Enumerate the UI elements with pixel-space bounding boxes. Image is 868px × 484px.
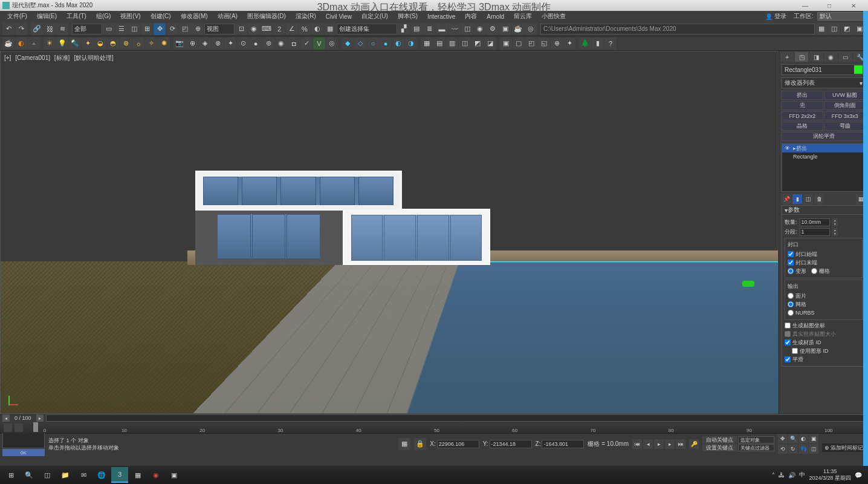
star-icon[interactable]: ✦ xyxy=(563,38,575,50)
remove-mod-button[interactable]: 🗑 xyxy=(814,194,824,204)
select-button[interactable]: ▭ xyxy=(103,23,115,35)
unlink-button[interactable]: ⛓ xyxy=(44,23,56,35)
book-icon[interactable]: ▮ xyxy=(592,38,604,50)
start-button[interactable]: ⊞ xyxy=(2,467,19,483)
vray-icon[interactable]: V xyxy=(313,38,325,50)
path-btn2[interactable]: ◫ xyxy=(828,23,840,35)
box-icon[interactable]: ▫ xyxy=(28,38,40,50)
sky-icon[interactable]: ☼ xyxy=(132,38,144,50)
tray-vol-icon[interactable]: 🔊 xyxy=(788,472,795,479)
cyan4-icon[interactable]: ● xyxy=(380,38,392,50)
maxscript-listener[interactable] xyxy=(2,431,45,448)
modifier-stack[interactable]: 👁▸ 挤出 Rectangle xyxy=(782,143,866,192)
omni-icon[interactable]: ✦ xyxy=(82,38,94,50)
prev-frame-button[interactable]: ◂ xyxy=(643,439,653,449)
rollout-params-header[interactable]: ▾ 参数 xyxy=(782,205,866,215)
time-tag-button[interactable]: ⊕ 添加时间标记 xyxy=(822,443,866,452)
patch-radio[interactable] xyxy=(788,293,794,299)
lock-button[interactable]: 🔒 xyxy=(414,438,426,450)
mesh-radio[interactable] xyxy=(788,301,794,307)
teapot-icon[interactable]: ☕ xyxy=(2,38,15,50)
select-name-button[interactable]: ☰ xyxy=(115,23,128,35)
browser-button[interactable]: 🌐 xyxy=(93,467,110,483)
fov-button[interactable]: ◐ xyxy=(798,434,808,443)
mail-button[interactable]: ✉ xyxy=(75,467,92,483)
sys-icon[interactable]: ⊗ xyxy=(212,38,224,50)
render-arnold-button[interactable]: ◎ xyxy=(525,23,537,35)
path-btn3[interactable]: ◩ xyxy=(841,23,853,35)
smooth-checkbox[interactable] xyxy=(785,356,791,362)
key-mode-button[interactable]: 🔑 xyxy=(689,439,699,449)
space-icon[interactable]: ◈ xyxy=(199,38,211,50)
rotate-button[interactable]: ⟳ xyxy=(166,23,178,35)
pan-button[interactable]: ✥ xyxy=(778,434,788,443)
viewport-label[interactable]: [+] [Camera001] [标准] [默认明暗处理] xyxy=(4,54,116,62)
mod-shell[interactable]: 壳 xyxy=(782,101,823,110)
tray-ime[interactable]: 中 xyxy=(799,471,805,479)
zoom-button[interactable]: 🔍 xyxy=(788,434,798,443)
menu-file[interactable]: 文件(F) xyxy=(2,12,32,21)
next-frame-button[interactable]: ▸ xyxy=(665,439,675,449)
nurbs-radio[interactable] xyxy=(788,310,794,316)
photo-icon[interactable]: ⊛ xyxy=(120,38,132,50)
grid2-icon[interactable]: ▤ xyxy=(433,38,445,50)
app1-task[interactable]: ▦ xyxy=(129,467,146,483)
time-slider[interactable] xyxy=(33,422,38,432)
amount-spinner[interactable]: 10.0mm xyxy=(800,218,830,226)
menu-tools[interactable]: 工具(T) xyxy=(62,12,91,21)
spot-icon[interactable]: 🔦 xyxy=(69,38,81,50)
mod-ffd3[interactable]: FFD 3x3x3 xyxy=(824,111,866,120)
stack-item-extrude[interactable]: 👁▸ 挤出 xyxy=(782,144,865,152)
cyl-icon[interactable]: ◘ xyxy=(288,38,300,50)
roll-button[interactable]: ↻ xyxy=(788,444,798,454)
use-shape-id-checkbox[interactable] xyxy=(792,348,798,354)
align-button[interactable]: ▤ xyxy=(410,23,423,35)
grid-radio[interactable] xyxy=(811,268,817,274)
tab-create[interactable]: + xyxy=(780,52,794,62)
mod-lattice[interactable]: 晶格 xyxy=(782,122,823,131)
app3-task[interactable]: ▣ xyxy=(166,467,183,483)
gen-map-checkbox[interactable] xyxy=(785,322,791,329)
mod-bevel[interactable]: 倒角剖面 xyxy=(824,101,866,110)
close-button[interactable]: ✕ xyxy=(841,0,866,11)
sphere-icon[interactable]: ● xyxy=(250,38,262,50)
timeline-cfg1[interactable] xyxy=(4,424,12,432)
cyan6-icon[interactable]: ◑ xyxy=(405,38,417,50)
curve-editor-button[interactable]: 〰 xyxy=(449,23,461,35)
project-path[interactable]: C:\Users\Administrator\Documents\3ds Max… xyxy=(540,24,815,34)
spinner-snap-button[interactable]: ◐ xyxy=(311,23,323,35)
ref-coord-dropdown[interactable]: 视图 xyxy=(204,24,235,34)
redo-button[interactable]: ↷ xyxy=(15,23,27,35)
maxscript-label[interactable]: 0K xyxy=(2,449,45,456)
view3-icon[interactable]: ◰ xyxy=(525,38,537,50)
snap-button[interactable]: 2 xyxy=(273,23,285,35)
biped-icon[interactable]: ⊙ xyxy=(237,38,249,50)
timeline-track[interactable] xyxy=(46,414,866,422)
menu-civilview[interactable]: Civil View xyxy=(321,13,357,20)
extra-icon[interactable]: ◎ xyxy=(326,38,338,50)
tab-modify[interactable]: ◳ xyxy=(795,52,808,62)
menu-graph[interactable]: 图形编辑器(D) xyxy=(242,12,291,21)
menu-view[interactable]: 视图(V) xyxy=(115,12,145,21)
bone-icon[interactable]: ✦ xyxy=(224,38,236,50)
area-icon[interactable]: ◓ xyxy=(107,38,119,50)
cap-start-checkbox[interactable] xyxy=(788,251,794,257)
minimize-button[interactable]: — xyxy=(793,0,817,11)
ies-icon[interactable]: ✧ xyxy=(145,38,157,50)
menu-arnold[interactable]: Arnold xyxy=(482,13,509,20)
scale-button[interactable]: ◰ xyxy=(179,23,191,35)
undo-button[interactable]: ↶ xyxy=(2,23,15,35)
unique-button[interactable]: ◫ xyxy=(803,194,813,204)
grid6-icon[interactable]: ◪ xyxy=(484,38,496,50)
mod-ffd2[interactable]: FFD 2x2x2 xyxy=(782,111,823,120)
camera-icon[interactable]: 📷 xyxy=(173,38,186,50)
viewport[interactable] xyxy=(1,51,778,413)
schematic-button[interactable]: ◫ xyxy=(461,23,473,35)
object-name-field[interactable]: Rectangle031 xyxy=(782,64,866,75)
percent-snap-button[interactable]: % xyxy=(299,23,311,35)
taskview-button[interactable]: ◫ xyxy=(39,467,56,483)
morph-radio[interactable] xyxy=(788,268,794,274)
path-btn1[interactable]: ▦ xyxy=(815,23,828,35)
grid5-icon[interactable]: ◩ xyxy=(471,38,484,50)
menu-modifiers[interactable]: 修改器(M) xyxy=(176,12,213,21)
